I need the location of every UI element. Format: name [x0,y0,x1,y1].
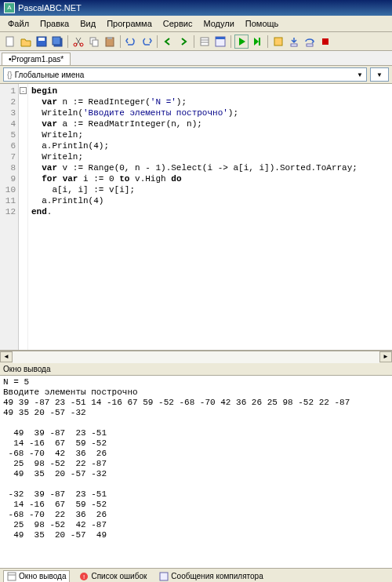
line-gutter: 123456789101112 [0,84,19,350]
tab-errors[interactable]: ! Список ошибок [76,571,150,582]
namespace-label: Глобальные имена [15,71,85,79]
open-icon[interactable] [19,35,33,49]
fold-column: - [19,84,28,350]
scroll-left-icon[interactable]: ◄ [0,351,13,362]
code-line[interactable]: a[i, i] := v[i]; [31,184,389,195]
code-line[interactable]: Writeln; [31,151,389,162]
error-tab-icon: ! [79,572,89,581]
step-into-icon[interactable] [287,35,301,49]
tab-compiler-label: Сообщения компилятора [171,572,263,580]
nav-forward-icon[interactable] [176,35,191,49]
output-panel-title: Окно вывода [0,363,392,376]
svg-rect-10 [107,37,112,39]
code-line[interactable]: var v := Range(0, n - 1).Select(i -> a[i… [31,162,389,173]
cut-icon[interactable] [71,35,85,49]
tab-program1[interactable]: •Program1.pas* [2,53,71,65]
namespace-combo-2[interactable]: ▼ [370,67,389,82]
menubar: Файл Правка Вид Программа Сервис Модули … [0,16,392,32]
code-line[interactable]: for var i := 0 to v.High do [31,173,389,184]
nav-back-icon[interactable] [161,35,175,49]
app-icon: A [4,2,15,13]
namespace-combo[interactable]: {} Глобальные имена ▼ [3,67,367,82]
svg-rect-19 [307,44,313,46]
save-all-icon[interactable] [50,35,64,49]
svg-rect-8 [93,40,98,46]
new-file-icon[interactable] [3,35,17,49]
editor-tabs: •Program1.pas* [0,51,392,66]
braces-icon: {} [7,71,13,79]
svg-rect-2 [38,38,45,41]
code-area[interactable]: begin var n := ReadInteger('N ='); Write… [28,84,392,350]
tab-output-label: Окно вывода [19,572,66,580]
line-number: 2 [0,96,16,107]
line-number: 5 [0,129,16,140]
scroll-track[interactable] [13,351,379,363]
toolbar [0,32,392,51]
svg-rect-0 [6,37,13,46]
output-tab-icon [7,572,16,581]
line-number: 3 [0,107,16,118]
output-panel[interactable]: N = 5 Вводите элементы построчно 49 39 -… [0,376,392,569]
window-titlebar: A PascalABC.NET [0,0,392,16]
code-line[interactable]: var a := ReadMatrInteger(n, n); [31,118,389,129]
menu-file[interactable]: Файл [3,17,34,30]
bottom-tabs: Окно вывода ! Список ошибок Сообщения ко… [0,569,392,582]
line-number: 8 [0,162,16,173]
chevron-down-icon: ▼ [357,71,363,78]
svg-rect-18 [291,44,297,46]
menu-view[interactable]: Вид [75,17,100,30]
svg-text:!: ! [83,573,85,580]
svg-rect-4 [53,37,60,45]
svg-rect-21 [8,573,16,580]
line-number: 12 [0,206,16,217]
line-number: 11 [0,195,16,206]
svg-rect-15 [216,37,225,39]
code-line[interactable]: a.Println(4); [31,140,389,151]
redo-icon[interactable] [140,35,154,49]
code-line[interactable]: begin [31,85,389,96]
code-editor[interactable]: 123456789101112 - begin var n := ReadInt… [0,84,392,351]
line-number: 7 [0,151,16,162]
svg-rect-11 [201,38,209,45]
svg-rect-17 [274,38,282,45]
window-title: PascalABC.NET [18,3,82,13]
svg-rect-25 [160,573,168,580]
line-number: 1 [0,85,16,96]
line-number: 6 [0,140,16,151]
run-no-debug-icon[interactable] [250,35,264,49]
paste-icon[interactable] [103,35,117,49]
run-icon[interactable] [234,35,249,49]
menu-help[interactable]: Помощь [241,17,284,30]
svg-rect-20 [322,38,328,45]
code-line[interactable]: Writeln; [31,129,389,140]
tab-errors-label: Список ошибок [91,572,147,580]
code-line[interactable]: var n := ReadInteger('N ='); [31,96,389,107]
chevron-down-icon: ▼ [376,71,383,78]
fold-minus-icon[interactable]: - [20,87,27,94]
menu-service[interactable]: Сервис [158,17,198,30]
line-number: 9 [0,173,16,184]
code-line[interactable]: end. [31,206,389,217]
menu-modules[interactable]: Модули [198,17,238,30]
tab-output[interactable]: Окно вывода [3,570,70,583]
properties-icon[interactable] [198,35,212,49]
menu-edit[interactable]: Правка [35,17,74,30]
code-line[interactable]: Writeln('Вводите элементы построчно'); [31,107,389,118]
scroll-right-icon[interactable]: ► [379,351,392,362]
tab-compiler[interactable]: Сообщения компилятора [156,571,266,582]
code-line[interactable]: a.Println(4) [31,195,389,206]
step-over-icon[interactable] [303,35,317,49]
form-icon[interactable] [213,35,227,49]
line-number: 10 [0,184,16,195]
save-icon[interactable] [34,35,49,49]
editor-scrollbar-h[interactable]: ◄ ► [0,351,392,363]
namespace-bar: {} Глобальные имена ▼ ▼ [0,66,392,84]
stop-icon[interactable] [318,35,332,49]
copy-icon[interactable] [87,35,101,49]
menu-program[interactable]: Программа [102,17,157,30]
compile-icon[interactable] [271,35,285,49]
compiler-tab-icon [159,572,169,581]
line-number: 4 [0,118,16,129]
undo-icon[interactable] [124,35,138,49]
